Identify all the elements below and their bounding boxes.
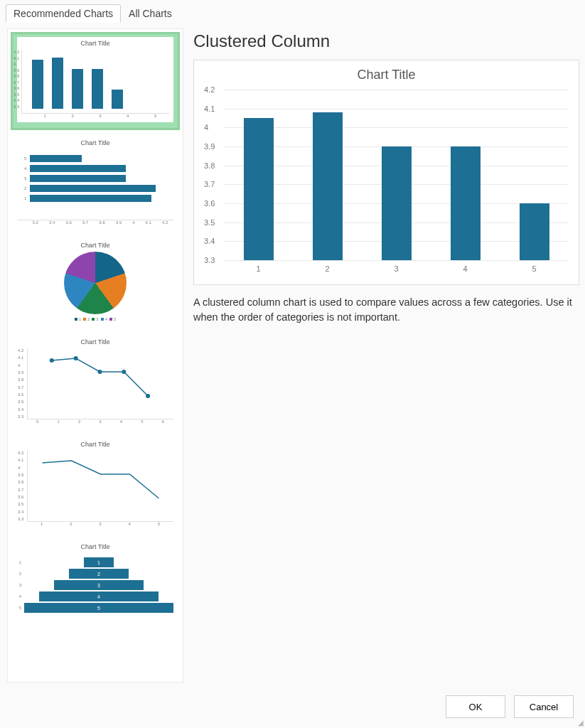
chart-type-heading: Clustered Column <box>193 31 579 51</box>
svg-point-1 <box>74 356 78 360</box>
thumb-title: Chart Title <box>17 441 173 448</box>
thumb-title: Chart Title <box>17 338 173 346</box>
mini-pie-chart <box>64 252 127 314</box>
mini-scatter-chart: 4.24.143.93.83.73.63.53.43.3 <box>27 348 173 419</box>
svg-point-0 <box>50 358 54 363</box>
dialog-footer: OK Cancel <box>0 688 585 728</box>
svg-point-3 <box>122 370 126 374</box>
mini-pie-legend: 1 2 3 4 5 <box>17 317 173 321</box>
chart-preview-title: Chart Title <box>204 68 569 82</box>
insert-chart-dialog: Recommended Charts All Charts Chart Titl… <box>0 0 585 728</box>
chart-x-axis: 12345 <box>224 260 569 273</box>
chart-thumbnail-list[interactable]: Chart Title 4.24.143.93.83.73.63.53.43.3… <box>7 28 183 682</box>
resize-grip-icon[interactable]: ◢ <box>578 719 584 727</box>
tab-all-charts[interactable]: All Charts <box>121 4 180 23</box>
chart-description: A clustered column chart is used to comp… <box>193 295 579 325</box>
clustered-column-chart: 4.24.143.93.83.73.63.53.43.3 <box>224 90 569 260</box>
thumb-line[interactable]: Chart Title 4.24.143.93.83.73.63.53.43.3… <box>11 436 180 534</box>
mini-line-chart: 4.24.143.93.83.73.63.53.43.3 <box>27 451 173 522</box>
svg-point-2 <box>97 370 102 374</box>
svg-point-4 <box>146 394 150 398</box>
mini-bar-chart: 5 4 3 2 1 <box>17 149 173 220</box>
thumb-funnel[interactable]: Chart Title 11 22 33 44 55 <box>11 538 180 625</box>
cancel-button[interactable]: Cancel <box>514 695 574 718</box>
thumb-pie[interactable]: Chart Title 1 2 3 4 5 <box>11 237 180 329</box>
thumb-title: Chart Title <box>21 40 169 47</box>
thumb-title: Chart Title <box>17 543 173 550</box>
thumb-scatter-line[interactable]: Chart Title 4.24.143.93.83.73.63.53.43.3… <box>11 333 180 432</box>
thumb-clustered-bar[interactable]: Chart Title 5 4 3 2 1 3.23.43.63.73.83.9… <box>11 134 180 232</box>
dialog-body: Chart Title 4.24.143.93.83.73.63.53.43.3… <box>0 23 585 688</box>
mini-column-chart: 4.24.143.93.83.73.63.53.43.3 <box>21 50 169 114</box>
ok-button[interactable]: OK <box>446 695 505 718</box>
thumb-title: Chart Title <box>17 139 173 146</box>
tab-bar: Recommended Charts All Charts <box>0 0 585 23</box>
thumb-title: Chart Title <box>17 242 173 249</box>
thumb-clustered-column[interactable]: Chart Title 4.24.143.93.83.73.63.53.43.3… <box>11 32 180 130</box>
tab-recommended-charts[interactable]: Recommended Charts <box>6 4 121 23</box>
mini-funnel-chart: 11 22 33 44 55 <box>17 553 173 617</box>
chart-preview: Chart Title 4.24.143.93.83.73.63.53.43.3… <box>193 60 579 285</box>
chart-preview-panel: Clustered Column Chart Title 4.24.143.93… <box>193 28 579 682</box>
